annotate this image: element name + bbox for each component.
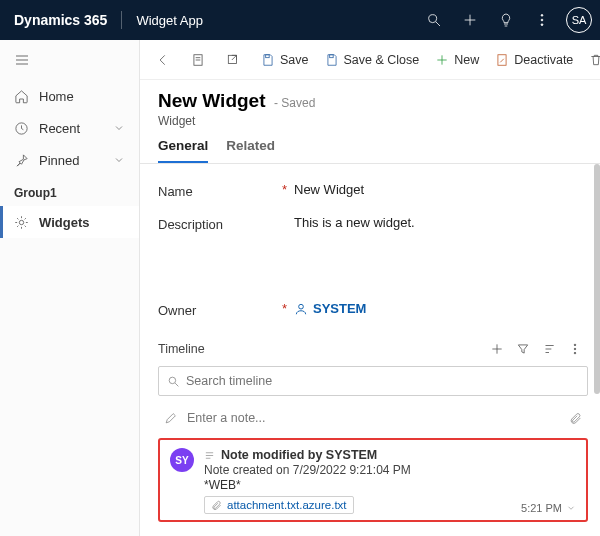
name-value[interactable]: New Widget (294, 182, 588, 199)
page-title: New Widget (158, 90, 266, 111)
app-name: Widget App (136, 13, 203, 28)
timeline-search[interactable] (158, 366, 588, 396)
more-icon[interactable] (524, 0, 560, 40)
svg-line-35 (175, 383, 178, 386)
owner-value[interactable]: SYSTEM (294, 301, 588, 316)
nav-pinned-label: Pinned (39, 153, 79, 168)
search-icon (167, 375, 180, 388)
description-value[interactable]: This is a new widget. (294, 215, 588, 285)
nav-home-label: Home (39, 89, 74, 104)
owner-label: Owner (158, 301, 278, 318)
svg-point-0 (429, 15, 437, 23)
svg-rect-20 (498, 54, 506, 65)
note-source-tag: *WEB* (204, 478, 576, 492)
nav-pinned[interactable]: Pinned (0, 144, 139, 176)
person-icon (294, 302, 308, 316)
nav-recent[interactable]: Recent (0, 112, 139, 144)
save-button[interactable]: Save (253, 40, 317, 80)
command-bar: Save Save & Close New Deactivate Delete (140, 40, 600, 80)
delete-button[interactable]: Delete (581, 40, 600, 80)
timeline-sort-icon[interactable] (536, 336, 562, 362)
deactivate-button[interactable]: Deactivate (487, 40, 581, 80)
tab-strip: General Related (140, 128, 600, 164)
note-icon (204, 450, 215, 461)
svg-point-32 (574, 348, 576, 350)
chevron-down-icon (113, 154, 125, 166)
field-description: Description This is a new widget. (158, 207, 588, 293)
lightbulb-icon[interactable] (488, 0, 524, 40)
name-label: Name (158, 182, 278, 199)
required-mark: * (282, 301, 294, 318)
description-label: Description (158, 215, 278, 285)
tab-related[interactable]: Related (226, 138, 275, 163)
note-entry[interactable]: Enter a note... (158, 404, 588, 432)
nav-widgets-label: Widgets (39, 215, 89, 230)
user-avatar[interactable]: SA (566, 7, 592, 33)
timeline-filter-icon[interactable] (510, 336, 536, 362)
scrollbar[interactable] (594, 164, 600, 394)
back-button[interactable] (148, 40, 183, 80)
note-placeholder: Enter a note... (187, 411, 266, 425)
nav-recent-label: Recent (39, 121, 80, 136)
field-owner: Owner * SYSTEM (158, 293, 588, 326)
form-icon[interactable] (183, 40, 218, 80)
timeline-note-card[interactable]: SY Note modified by SYSTEM Note created … (158, 438, 588, 522)
add-icon[interactable] (452, 0, 488, 40)
paperclip-icon (211, 500, 222, 511)
chevron-down-icon[interactable] (566, 503, 576, 513)
svg-point-6 (541, 24, 543, 26)
field-name: Name * New Widget (158, 174, 588, 207)
svg-point-34 (169, 377, 176, 384)
note-timestamp: 5:21 PM (521, 502, 576, 514)
tab-general[interactable]: General (158, 138, 208, 163)
paperclip-icon[interactable] (569, 412, 582, 425)
timeline-add-icon[interactable] (484, 336, 510, 362)
record-header: New Widget - Saved Widget (140, 80, 600, 128)
note-meta: Note created on 7/29/2022 9:21:04 PM (204, 463, 576, 477)
required-mark: * (282, 182, 294, 199)
main-area: Save Save & Close New Deactivate Delete … (140, 40, 600, 536)
nav-widgets[interactable]: Widgets (0, 206, 139, 238)
chevron-down-icon (113, 122, 125, 134)
topbar-divider (121, 11, 122, 29)
svg-point-5 (541, 19, 543, 21)
svg-line-21 (501, 58, 505, 62)
hamburger-icon[interactable] (0, 40, 139, 80)
timeline-title: Timeline (158, 342, 205, 356)
brand-label: Dynamics 365 (14, 12, 107, 28)
form-body: Name * New Widget Description This is a … (140, 164, 600, 536)
svg-point-33 (574, 352, 576, 354)
svg-line-1 (436, 22, 440, 26)
svg-point-4 (541, 14, 543, 16)
save-status: - Saved (274, 96, 315, 110)
svg-rect-17 (329, 54, 333, 57)
nav-home[interactable]: Home (0, 80, 139, 112)
timeline-search-input[interactable] (186, 374, 579, 388)
timeline-more-icon[interactable] (562, 336, 588, 362)
note-title: Note modified by SYSTEM (221, 448, 377, 462)
pencil-icon (164, 412, 177, 425)
save-close-button[interactable]: Save & Close (317, 40, 428, 80)
search-icon[interactable] (416, 0, 452, 40)
svg-point-25 (299, 304, 304, 309)
open-icon[interactable] (218, 40, 253, 80)
nav-group-label: Group1 (0, 176, 139, 206)
app-topbar: Dynamics 365 Widget App SA (0, 0, 600, 40)
entity-label: Widget (158, 114, 582, 128)
svg-rect-16 (266, 54, 270, 57)
svg-point-31 (574, 344, 576, 346)
timeline-header: Timeline (158, 336, 588, 362)
new-button[interactable]: New (427, 40, 487, 80)
svg-point-11 (19, 220, 23, 224)
note-author-avatar: SY (170, 448, 194, 472)
nav-sidebar: Home Recent Pinned Group1 Widgets (0, 40, 140, 536)
note-attachment[interactable]: attachment.txt.azure.txt (204, 496, 354, 514)
